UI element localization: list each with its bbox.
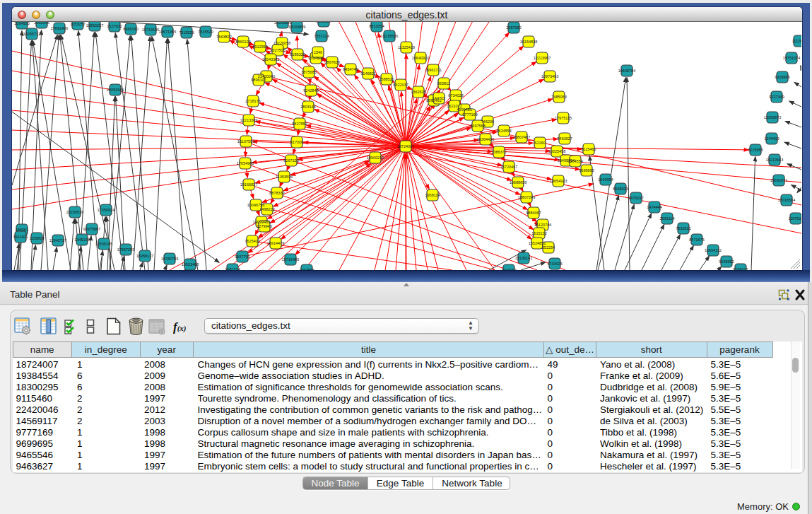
svg-text:14055712: 14055712 <box>23 32 40 36</box>
svg-text:10671355: 10671355 <box>158 30 175 34</box>
svg-text:19218506: 19218506 <box>380 34 397 38</box>
svg-text:8454749: 8454749 <box>343 67 358 71</box>
svg-text:62160: 62160 <box>534 141 545 145</box>
svg-text:12213369: 12213369 <box>240 118 257 122</box>
svg-text:3911401: 3911401 <box>13 235 28 239</box>
svg-text:6966160: 6966160 <box>123 27 138 31</box>
svg-text:9463627: 9463627 <box>557 136 572 141</box>
svg-text:9777169: 9777169 <box>462 112 477 117</box>
svg-text:16958117: 16958117 <box>136 254 153 258</box>
svg-text:16154838: 16154838 <box>519 40 536 44</box>
svg-text:10853257: 10853257 <box>86 23 102 28</box>
svg-text:7625402: 7625402 <box>245 239 259 243</box>
svg-text:15720407: 15720407 <box>500 165 517 169</box>
svg-text:7663822: 7663822 <box>216 35 231 39</box>
svg-text:18807249: 18807249 <box>517 195 534 199</box>
svg-text:15751074: 15751074 <box>782 56 799 60</box>
svg-text:8215955: 8215955 <box>748 148 763 152</box>
svg-text:7515520: 7515520 <box>198 30 213 34</box>
svg-text:15136141: 15136141 <box>514 256 531 260</box>
svg-text:12213967: 12213967 <box>533 56 550 60</box>
svg-text:15692971: 15692971 <box>770 178 787 182</box>
svg-text:8938923: 8938923 <box>613 187 628 191</box>
svg-text:7386372: 7386372 <box>491 150 506 154</box>
svg-text:10923468: 10923468 <box>181 262 198 267</box>
svg-text:17654985: 17654985 <box>236 161 253 165</box>
svg-text:1546: 1546 <box>313 50 322 54</box>
svg-text:29053346: 29053346 <box>106 88 123 92</box>
svg-text:8267150: 8267150 <box>283 158 298 163</box>
svg-text:16107553: 16107553 <box>237 139 254 144</box>
svg-text:7485063: 7485063 <box>551 95 566 99</box>
svg-text:9896107: 9896107 <box>251 78 266 82</box>
svg-text:16120746: 16120746 <box>534 223 551 227</box>
svg-text:2935114: 2935114 <box>659 216 674 221</box>
svg-text:2867608: 2867608 <box>324 60 339 64</box>
svg-text:1733426: 1733426 <box>547 262 562 266</box>
svg-text:15716485: 15716485 <box>281 257 298 262</box>
svg-text:9699695: 9699695 <box>579 168 594 173</box>
svg-text:9115460: 9115460 <box>581 147 596 151</box>
svg-text:1167531: 1167531 <box>788 216 801 221</box>
svg-text:1958114: 1958114 <box>425 193 440 197</box>
svg-text:4599451: 4599451 <box>457 107 471 112</box>
svg-text:12505185: 12505185 <box>95 242 112 246</box>
svg-text:16640910: 16640910 <box>411 56 428 60</box>
svg-text:10973493: 10973493 <box>541 74 558 78</box>
svg-text:9227349: 9227349 <box>769 95 784 99</box>
svg-text:10025458: 10025458 <box>548 149 565 153</box>
svg-text:144702: 144702 <box>432 96 445 100</box>
svg-text:13226058: 13226058 <box>273 41 290 45</box>
svg-text:9245012: 9245012 <box>733 267 748 270</box>
svg-text:19654923: 19654923 <box>549 179 566 183</box>
svg-text:917006: 917006 <box>290 140 302 144</box>
svg-text:1527602: 1527602 <box>107 24 122 28</box>
svg-text:7357224: 7357224 <box>314 34 329 38</box>
svg-text:17957255: 17957255 <box>117 247 134 252</box>
svg-text:12942737: 12942737 <box>49 238 66 243</box>
svg-text:1345194: 1345194 <box>74 238 89 242</box>
svg-text:9329966: 9329966 <box>775 75 789 79</box>
svg-text:16210643: 16210643 <box>765 158 782 162</box>
svg-text:12093873: 12093873 <box>763 115 780 119</box>
svg-text:1244419: 1244419 <box>764 136 779 141</box>
svg-text:8813054: 8813054 <box>316 22 331 23</box>
svg-text:17975115: 17975115 <box>554 116 571 120</box>
svg-text:9364554: 9364554 <box>567 159 582 163</box>
svg-text:2064920: 2064920 <box>14 22 29 25</box>
svg-text:1498222: 1498222 <box>259 207 274 211</box>
svg-text:6497568: 6497568 <box>470 124 485 128</box>
svg-text:10719155: 10719155 <box>141 28 158 32</box>
svg-text:1474444: 1474444 <box>647 205 661 209</box>
svg-text:8878332: 8878332 <box>269 191 284 195</box>
svg-text:1279943: 1279943 <box>257 224 271 228</box>
svg-text:16543382: 16543382 <box>261 57 278 62</box>
svg-text:8860124: 8860124 <box>235 40 250 44</box>
svg-text:8186328: 8186328 <box>290 52 305 57</box>
svg-text:10688609: 10688609 <box>509 180 526 185</box>
svg-text:9146821: 9146821 <box>360 71 375 76</box>
svg-text:252254: 252254 <box>541 245 554 250</box>
svg-text:1112843: 1112843 <box>792 39 801 43</box>
svg-text:3875685: 3875685 <box>301 70 316 74</box>
svg-text:1913164: 1913164 <box>501 268 516 270</box>
svg-text:10654112: 10654112 <box>704 248 721 252</box>
svg-text:17359924: 17359924 <box>97 208 114 212</box>
svg-text:18724007: 18724007 <box>396 144 413 148</box>
svg-text:1588520: 1588520 <box>379 77 394 81</box>
svg-text:17016504: 17016504 <box>777 198 794 202</box>
svg-text:20364436: 20364436 <box>476 137 493 141</box>
svg-text:1640954: 1640954 <box>598 177 613 182</box>
svg-text:16914479: 16914479 <box>266 241 283 245</box>
svg-text:2069146: 2069146 <box>34 22 49 25</box>
svg-text:20206536: 20206536 <box>66 210 83 214</box>
svg-text:1081224: 1081224 <box>225 267 240 270</box>
svg-text:7932621: 7932621 <box>676 226 690 230</box>
svg-text:9884067: 9884067 <box>526 211 541 215</box>
svg-text:2087682: 2087682 <box>506 25 521 30</box>
svg-text:8427552: 8427552 <box>292 122 307 126</box>
svg-text:185061: 185061 <box>15 228 28 232</box>
svg-text:16033809: 16033809 <box>288 25 305 29</box>
svg-text:11353594: 11353594 <box>275 175 292 179</box>
svg-text:9245652: 9245652 <box>719 259 734 264</box>
